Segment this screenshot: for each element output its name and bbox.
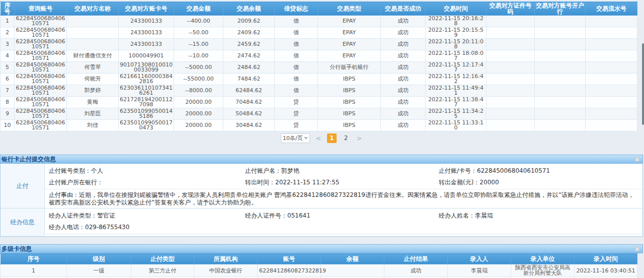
column-header: 序号 <box>1 2 15 16</box>
column-header: 账号 <box>258 254 321 264</box>
table-cell: 借 <box>275 39 318 50</box>
page-size-label: 10条/页 <box>283 134 303 142</box>
transfer-amount-field: 转出金额(元)：20000 <box>435 176 642 188</box>
table-cell: EPAY <box>318 16 381 27</box>
collapse-icon[interactable] <box>635 157 639 162</box>
table-cell: 5 <box>1 62 15 74</box>
table-cell: 成功 <box>381 39 426 50</box>
table-cell: 6217281942001127098 <box>119 97 174 108</box>
table-cell <box>535 120 586 131</box>
table-cell: EPAY <box>318 39 381 50</box>
header-row: 序号查询账号交易对方名称交易对方账卡号交易金额交易余额借贷标志交易类型交易是否成… <box>1 2 637 16</box>
column-header: 交易对方证件号码 <box>487 2 535 16</box>
table-cell <box>586 120 637 131</box>
table-cell <box>487 74 535 85</box>
table-cell <box>487 50 535 62</box>
table-cell: 成功 <box>381 85 426 97</box>
prev-page-button[interactable]: < <box>314 134 323 142</box>
empty-field <box>435 221 642 233</box>
next-page-button[interactable]: > <box>355 134 363 142</box>
table-row: 56228450068040610571何雪琴90107130801001000… <box>1 62 637 74</box>
transactions-table: 序号查询账号交易对方名称交易对方账卡号交易金额交易余额借贷标志交易类型交易是否成… <box>0 2 637 131</box>
table-cell <box>67 27 119 39</box>
agent-info-row: 经办信息 经办人证件类型：警官证 经办人证件号：051641 经办人姓名：李晨琨… <box>1 208 642 236</box>
table-cell: IBPS <box>318 120 381 131</box>
stop-account-name-field: 止付账户名：郭梦艳 <box>241 165 435 176</box>
table-cell: 2022-11-15 12:17:47 <box>426 62 487 74</box>
table-row: 96228450068040610571刘星臣62350109905001451… <box>1 108 637 120</box>
stop-card-number-field: 止付账/卡号：6228450068040610571 <box>435 165 642 176</box>
table-cell: 分行版手机银行 <box>318 62 381 74</box>
table-cell: 243300133 <box>119 27 174 39</box>
table-cell: 6 <box>1 74 15 85</box>
spacer <box>0 145 644 155</box>
table-cell <box>487 85 535 97</box>
column-header: 级别 <box>67 254 131 264</box>
table-cell: 8 <box>1 97 15 108</box>
table-cell: 6235010990500170473 <box>119 120 174 131</box>
table-cell: 1000049901 <box>119 50 174 62</box>
table-cell: 成功 <box>381 50 426 62</box>
table-cell: 财付通微信支付 <box>67 50 119 62</box>
table-cell: 陕西省西安市公安局高新分局刑警大队 <box>511 264 575 277</box>
table-cell: 借 <box>275 62 318 74</box>
page-size-select[interactable]: 10条/页 <box>281 133 310 143</box>
table-cell <box>321 264 384 277</box>
table-cell <box>67 39 119 50</box>
table-cell: 243300133 <box>119 39 174 50</box>
table-cell: 2022-11-15 20:15:59 <box>426 27 487 39</box>
table-cell <box>535 62 586 74</box>
agent-fields: 经办人证件类型：警官证 经办人证件号：051641 经办人姓名：李晨琨 经办人电… <box>45 208 642 236</box>
table-cell: IBPS <box>318 74 381 85</box>
table-cell: 1 <box>1 264 67 277</box>
table-cell <box>586 108 637 120</box>
table-cell: 成功 <box>381 62 426 74</box>
page-number-2[interactable]: 2 <box>341 133 351 143</box>
table-cell: 6228450068040610571 <box>15 97 67 108</box>
stop-payment-info-box: 止付 止付账号类别：个人 止付账户名：郭梦艳 止付账/卡号：6228450068… <box>0 164 643 237</box>
table-cell: 2022-11-15 20:11:08 <box>426 39 487 50</box>
table-cell <box>535 39 586 50</box>
pagination: 10条/页 < 1 2 > <box>0 131 644 145</box>
dropdown-caret-icon <box>304 137 308 140</box>
table-cell: 2022-11-15 11:49:41 <box>426 85 487 97</box>
table-cell: 1 <box>1 16 15 27</box>
collapse-icon[interactable] <box>635 247 639 251</box>
stop-payment-fields: 止付账号类别：个人 止付账户名：郭梦艳 止付账/卡号：6228450068040… <box>45 164 642 208</box>
table-cell: 70484.62 <box>223 97 275 108</box>
table-row: 16228450068040610571243300133--400.00200… <box>1 16 637 27</box>
agent-id-type-field: 经办人证件类型：警官证 <box>45 210 241 221</box>
scrollbar-thumb[interactable] <box>642 43 644 125</box>
table-cell <box>535 85 586 97</box>
table-cell: 2022-11-16 03:40:51 <box>575 264 637 277</box>
table-cell: 何雪琴 <box>67 62 119 74</box>
table-cell: 2022-11-15 18:08:07 <box>426 50 487 62</box>
table-cell <box>535 27 586 39</box>
table-cell: 7 <box>1 85 15 97</box>
table-cell: 20000.00 <box>174 120 223 131</box>
table-cell: 2409.62 <box>223 27 275 39</box>
table-cell: 黄梅 <box>67 97 119 108</box>
table-cell: 借 <box>275 74 318 85</box>
table-cell: 借 <box>275 50 318 62</box>
table-cell: 成功 <box>384 264 448 277</box>
column-header: 交易对方名称 <box>67 2 119 16</box>
column-header: 交易对方账号开户行 <box>535 2 586 16</box>
table-cell: 成功 <box>381 120 426 131</box>
stop-bank-field: 止付账户所在银行： <box>45 176 241 188</box>
column-header: 余额 <box>321 254 384 264</box>
table-row: 46228450068040610571财付通微信支付1000049901--1… <box>1 50 637 62</box>
table-cell <box>535 16 586 27</box>
table-cell: 6228450068040610571 <box>15 39 67 50</box>
table-cell: 50484.62 <box>223 108 275 120</box>
multicard-table: 序号级别止付类型所属机构账号余额止付结果录入人录入单位录入时间 1一级第三方止付… <box>0 253 637 278</box>
table-row: 86228450068040610571黄梅621728194200112709… <box>1 97 637 108</box>
table-cell: 6228450068040610571 <box>15 16 67 27</box>
empty-field <box>241 221 435 233</box>
table-cell <box>586 74 637 85</box>
table-cell: --50.00 <box>174 27 223 39</box>
table-cell: 6230361101073416261 <box>119 85 174 97</box>
page-number-1[interactable]: 1 <box>327 133 337 143</box>
table-cell: 成功 <box>381 97 426 108</box>
column-header: 查询账号 <box>15 2 67 16</box>
